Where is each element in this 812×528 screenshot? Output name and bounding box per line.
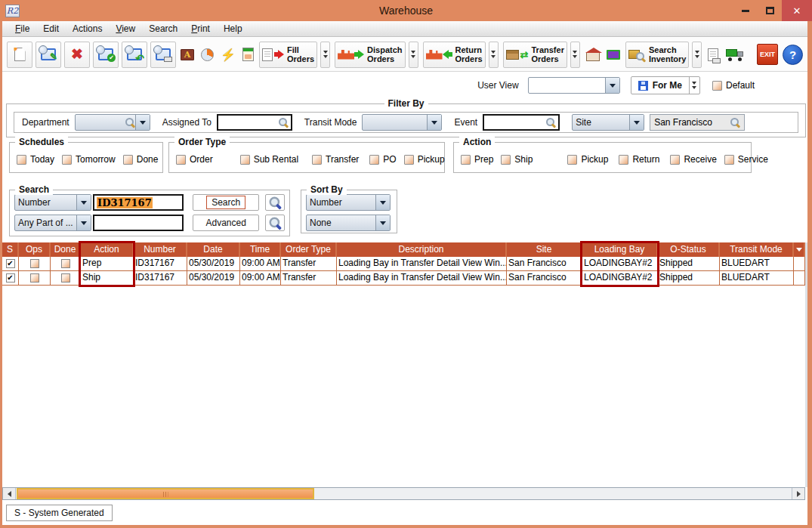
unchecked-checkbox[interactable] <box>30 259 39 268</box>
receive-checkbox[interactable] <box>670 155 680 165</box>
maximize-button[interactable] <box>758 0 782 21</box>
new-schedule-button[interactable]: ✹ <box>7 42 32 68</box>
column-header-o_status[interactable]: O-Status <box>658 242 720 257</box>
close-button[interactable]: ✕ <box>782 0 812 21</box>
site-combo[interactable]: Site <box>572 114 644 131</box>
checked-checkbox[interactable]: ✔ <box>6 273 15 283</box>
column-header-done[interactable]: Done <box>51 242 81 257</box>
chevron-down-icon[interactable] <box>427 115 441 130</box>
av-rental-button[interactable] <box>605 42 622 68</box>
search-button[interactable]: Search <box>193 194 260 211</box>
print-list-button[interactable] <box>706 42 720 68</box>
fill-orders-button[interactable]: FillOrders <box>259 42 317 68</box>
chevron-down-icon[interactable] <box>135 115 150 130</box>
edit-schedule-button[interactable]: ✎ <box>36 42 61 68</box>
menu-print[interactable]: Print <box>184 21 217 36</box>
quick-action-button[interactable]: ⚡ <box>219 42 237 68</box>
department-combo[interactable] <box>75 114 150 131</box>
column-header-description[interactable]: Description <box>337 242 507 257</box>
scroll-right-button[interactable] <box>792 488 804 499</box>
scrollbar-thumb[interactable] <box>17 488 314 499</box>
vertical-scrollbar[interactable] <box>805 242 807 487</box>
chevron-down-icon[interactable] <box>375 195 390 210</box>
sort-primary-combo[interactable]: Number <box>306 194 391 211</box>
column-header-time[interactable]: Time <box>240 242 281 257</box>
chevron-down-icon[interactable] <box>605 78 619 93</box>
column-header-date[interactable]: Date <box>187 242 240 257</box>
menu-actions[interactable]: Actions <box>66 21 109 36</box>
column-header-s[interactable]: S <box>2 242 19 257</box>
help-button[interactable]: ? <box>783 45 803 65</box>
search-inventory-button[interactable]: SearchInventory <box>625 42 690 68</box>
pickup-action-checkbox[interactable] <box>567 155 577 165</box>
cell-done[interactable] <box>51 257 81 271</box>
delivery-truck-button[interactable] <box>724 42 746 68</box>
transfer-orders-button[interactable]: ⇄ TransferOrders <box>503 42 567 68</box>
cell-s[interactable]: ✔ <box>2 271 19 286</box>
return-orders-button[interactable]: ReturnOrders <box>423 42 486 68</box>
revert-schedule-button[interactable]: ↶ <box>122 42 147 68</box>
advanced-search-button[interactable] <box>265 215 285 231</box>
search-inventory-dropdown[interactable] <box>692 42 702 68</box>
dispatch-orders-button[interactable]: DispatchOrders <box>335 42 405 68</box>
for-me-dropdown[interactable] <box>689 77 699 94</box>
time-clock-button[interactable] <box>199 42 215 68</box>
sub-rental-checkbox[interactable] <box>240 155 250 165</box>
return-checkbox[interactable] <box>619 155 628 165</box>
minimize-button[interactable] <box>733 0 758 21</box>
unchecked-checkbox[interactable] <box>61 259 70 268</box>
sort-secondary-combo[interactable]: None <box>306 215 391 231</box>
menu-help[interactable]: Help <box>217 21 249 36</box>
done-checkbox[interactable] <box>123 155 133 165</box>
transfer-checkbox[interactable] <box>312 155 322 165</box>
chevron-down-icon[interactable] <box>375 215 390 230</box>
cell-ops[interactable] <box>19 257 51 271</box>
column-header-transit_mode[interactable]: Transit Mode <box>720 242 794 257</box>
cell-done[interactable] <box>51 271 81 286</box>
tomorrow-checkbox[interactable] <box>62 155 72 165</box>
store-button[interactable] <box>585 42 601 68</box>
menu-file[interactable]: File <box>8 21 36 36</box>
event-input[interactable] <box>483 114 560 131</box>
ship-checkbox[interactable] <box>501 155 511 165</box>
order-checkbox[interactable] <box>176 155 186 165</box>
exit-button[interactable]: EXIT <box>757 44 778 65</box>
search-field-combo[interactable]: Number <box>14 194 91 211</box>
table-row[interactable]: ✔ShipID31716705/30/201909:00 AMTransferL… <box>2 271 805 286</box>
cell-ops[interactable] <box>19 271 51 286</box>
column-header-number[interactable]: Number <box>134 242 187 257</box>
scroll-left-button[interactable] <box>3 488 16 499</box>
chevron-down-icon[interactable] <box>76 215 91 230</box>
cell-s[interactable]: ✔ <box>2 257 19 271</box>
column-header-opts[interactable] <box>794 242 805 257</box>
prep-checkbox[interactable] <box>461 155 471 165</box>
assigned-to-input[interactable] <box>217 114 292 131</box>
search-go-button[interactable] <box>265 194 285 211</box>
return-orders-dropdown[interactable] <box>489 42 499 68</box>
menu-edit[interactable]: Edit <box>36 21 66 36</box>
chevron-down-icon[interactable] <box>629 115 644 130</box>
print-schedule-button[interactable] <box>150 42 176 68</box>
chevron-down-icon[interactable] <box>76 195 91 210</box>
menu-view[interactable]: View <box>109 21 142 36</box>
default-checkbox[interactable] <box>712 81 722 91</box>
pick-list-button[interactable] <box>241 42 255 68</box>
confirm-schedule-button[interactable]: ✔ <box>93 42 119 68</box>
search-input[interactable]: ID317167 <box>93 194 184 211</box>
delete-button[interactable]: ✖ <box>64 42 90 68</box>
search-scope-combo[interactable]: Any Part of ... <box>14 215 91 231</box>
site-search-field[interactable]: San Francisco <box>650 114 745 131</box>
service-checkbox[interactable] <box>724 155 734 165</box>
advanced-button[interactable]: Advanced <box>193 215 260 231</box>
menu-search[interactable]: Search <box>142 21 184 36</box>
horizontal-scrollbar[interactable] <box>2 487 805 500</box>
dispatch-orders-dropdown[interactable] <box>409 42 418 68</box>
column-header-loading_bay[interactable]: Loading Bay <box>582 242 658 257</box>
fill-orders-dropdown[interactable] <box>320 42 330 68</box>
unchecked-checkbox[interactable] <box>30 273 39 283</box>
column-header-ops[interactable]: Ops <box>19 242 51 257</box>
for-me-button[interactable]: For Me <box>631 77 689 94</box>
transit-mode-combo[interactable] <box>362 114 442 131</box>
pickup-order-checkbox[interactable] <box>404 155 414 165</box>
checked-checkbox[interactable]: ✔ <box>6 259 15 268</box>
